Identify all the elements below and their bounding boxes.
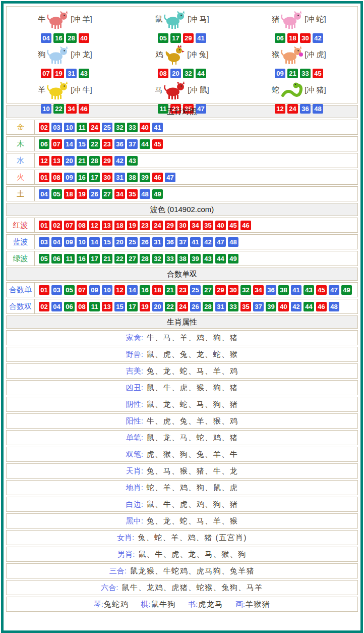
attribute-value: 鼠、虎、兔、龙、蛇、猴: [147, 350, 238, 359]
number-ball: 44: [304, 302, 314, 311]
number-ball: 20: [114, 237, 125, 247]
zodiac-number-balls: 07193143: [41, 69, 89, 78]
attribute-label: 阴性:: [126, 400, 143, 409]
number-ball: 15: [77, 139, 87, 149]
number-ball: 09: [64, 237, 75, 247]
wuxing-row: 火0108091617303138394647: [6, 170, 358, 185]
number-ball: 01: [39, 173, 49, 182]
attribute-label: 黑中:: [126, 516, 143, 526]
number-ball: 14: [89, 237, 100, 247]
wuxing-row: 水1213202128294243: [6, 153, 358, 168]
bose-row-label: 红波: [7, 218, 35, 232]
zodiac-name-line: 鸡[冲 兔]: [155, 43, 209, 66]
number-ball: 28: [140, 254, 150, 263]
number-ball: 30: [177, 221, 188, 230]
number-ball: 03: [51, 123, 62, 132]
footer-group-label: 琴:: [94, 600, 103, 609]
number-ball: 22: [165, 302, 175, 311]
zodiac-name: 马: [155, 85, 162, 95]
zodiac-clash-label: [冲 牛]: [71, 85, 92, 95]
attribute-value: 牛、马、羊、鸡、狗、猪: [147, 333, 238, 343]
number-ball: 12: [275, 104, 285, 114]
shengxiao-attribute-row: 女肖:兔、蛇、羊、鸡、猪 (五宫肖): [6, 530, 358, 545]
number-ball: 20: [64, 156, 75, 166]
number-ball: 30: [300, 33, 311, 43]
number-ball: 34: [253, 285, 264, 295]
number-ball: 08: [77, 221, 87, 230]
monkey-icon: [280, 44, 304, 65]
number-ball: 40: [79, 33, 89, 43]
zodiac-number-balls: 06183042: [275, 33, 323, 43]
page-frame: 牛[冲 羊]04162840鼠[冲 马]05172941猪[冲 蛇]061830…: [1, 1, 363, 633]
zodiac-name: 猪: [272, 15, 279, 24]
number-ball: 40: [140, 123, 150, 132]
attribute-label: 单笔:: [126, 433, 143, 443]
number-ball: 29: [183, 33, 194, 43]
number-ball: 10: [41, 104, 51, 114]
number-ball: 17: [127, 302, 138, 311]
number-ball: 42: [291, 302, 301, 311]
number-ball: 25: [190, 285, 201, 295]
attribute-value: 牛、虎、兔、羊、猴、鸡: [147, 416, 238, 426]
attribute-value: 兔、蛇、羊、鸡、猪 (五宫肖): [138, 533, 247, 543]
number-ball: 47: [329, 285, 339, 295]
number-ball: 28: [66, 33, 77, 43]
wuxing-row-label: 水: [7, 153, 35, 168]
number-ball: 36: [165, 237, 175, 247]
heshu-row-label: 合数双: [7, 299, 35, 313]
number-ball: 26: [140, 237, 150, 247]
wuxing-row-balls: 1213202128294243: [35, 153, 138, 168]
number-ball: 06: [64, 302, 75, 311]
zodiac-clash-label: [冲 马]: [188, 15, 209, 24]
zodiac-name-line: 猴[冲 虎]: [272, 43, 326, 66]
zodiac-grid: 牛[冲 羊]04162840鼠[冲 马]05172941猪[冲 蛇]061830…: [6, 6, 358, 103]
attribute-label: 野兽:: [126, 350, 143, 359]
zodiac-clash-label: [冲 蛇]: [305, 15, 326, 24]
number-ball: 24: [152, 221, 163, 230]
number-ball: 48: [140, 189, 150, 199]
number-ball: 19: [53, 69, 64, 78]
number-ball: 47: [215, 237, 226, 247]
footer-group: 书:虎龙马: [188, 600, 223, 609]
rat-icon: [163, 9, 187, 29]
bose-row: 红波0102070812131819232429303435404546: [6, 218, 358, 233]
number-ball: 43: [127, 156, 138, 166]
number-ball: 34: [66, 104, 77, 114]
number-ball: 32: [183, 69, 194, 78]
number-ball: 40: [278, 302, 289, 311]
shengxiao-attribute-row: 男肖:鼠、牛、虎、龙、马、猴、狗: [6, 547, 358, 562]
number-ball: 12: [89, 221, 100, 230]
number-ball: 38: [278, 285, 289, 295]
number-ball: 15: [102, 237, 112, 247]
number-ball: 23: [177, 285, 188, 295]
bose-row-balls: 0102070812131819232429303435404546: [35, 218, 251, 232]
number-ball: 10: [77, 237, 87, 247]
goat-icon: [46, 80, 70, 100]
attribute-label: 双笔:: [126, 450, 143, 459]
number-ball: 33: [127, 123, 138, 132]
wuxing-row-balls: 02031011242532334041: [35, 120, 163, 134]
number-ball: 03: [39, 237, 49, 247]
shengxiao-attribute-row: 野兽:鼠、虎、兔、龙、蛇、猴: [6, 347, 358, 362]
number-ball: 09: [275, 69, 285, 78]
attribute-label: 天肖:: [126, 466, 143, 476]
number-ball: 44: [140, 139, 150, 149]
number-ball: 46: [240, 221, 251, 230]
attribute-value: 兔、龙、蛇、马、羊、鸡: [147, 366, 238, 376]
attribute-label: 阳性:: [126, 416, 143, 426]
number-ball: 22: [53, 104, 64, 114]
footer-group-value: 鼠牛狗: [151, 600, 176, 609]
number-ball: 44: [196, 69, 206, 78]
shengxiao-attribute-row: 吉美:兔、龙、蛇、马、羊、鸡: [6, 363, 358, 379]
number-ball: 49: [228, 254, 238, 263]
number-ball: 45: [316, 285, 327, 295]
number-ball: 26: [89, 189, 100, 199]
footer-group-label: 书:: [188, 600, 198, 609]
attribute-label: 凶丑:: [126, 383, 143, 393]
number-ball: 08: [51, 173, 62, 182]
shengxiao-title: 生肖属性: [167, 318, 197, 327]
number-ball: 02: [51, 221, 62, 230]
number-ball: 07: [64, 221, 75, 230]
number-ball: 05: [51, 189, 62, 199]
shengxiao-attribute-row: 阳性:牛、虎、兔、羊、猴、鸡: [6, 413, 358, 429]
